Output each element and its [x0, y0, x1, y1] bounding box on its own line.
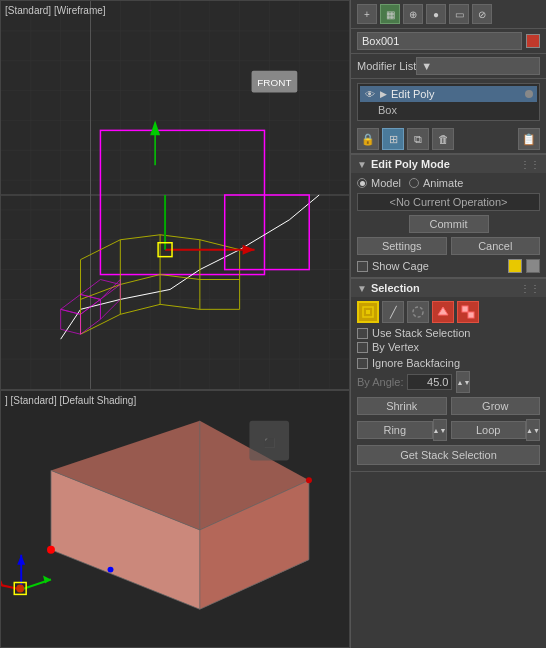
- animate-radio-label: Animate: [423, 177, 463, 189]
- model-radio-btn[interactable]: [357, 178, 367, 188]
- viewport-top-label: [Standard] [Wireframe]: [5, 5, 106, 16]
- viewport-bottom[interactable]: ] [Standard] [Default Shading]: [0, 390, 350, 648]
- ring-spinner[interactable]: ▲▼: [433, 419, 447, 441]
- by-angle-row: By Angle: ▲▼: [357, 371, 540, 393]
- configure-btn[interactable]: 📋: [518, 128, 540, 150]
- loop-group: Loop ▲▼: [451, 419, 541, 441]
- model-radio-label: Model: [371, 177, 401, 189]
- selection-dots: ⋮⋮: [520, 283, 540, 294]
- use-stack-row: Use Stack Selection: [357, 327, 540, 339]
- svg-point-73: [413, 307, 423, 317]
- by-angle-label: By Angle:: [357, 376, 403, 388]
- utilities-icon[interactable]: ⊘: [472, 4, 492, 24]
- edge-sel-btn[interactable]: ╱: [382, 301, 404, 323]
- svg-point-68: [47, 546, 55, 554]
- ignore-backfacing-checkbox[interactable]: [357, 358, 368, 369]
- object-name-row: [351, 29, 546, 54]
- model-radio-group: Model: [357, 177, 401, 189]
- mode-radio-row: Model Animate: [357, 177, 540, 189]
- modifier-stack: 👁 ▶ Edit Poly Box: [357, 83, 540, 121]
- show-cage-checkbox[interactable]: [357, 261, 368, 272]
- svg-text:⬛: ⬛: [264, 437, 276, 449]
- loop-button[interactable]: Loop: [451, 421, 527, 439]
- cage-color-gray[interactable]: [526, 259, 540, 273]
- use-stack-label: Use Stack Selection: [372, 327, 470, 339]
- commit-button[interactable]: Commit: [409, 215, 489, 233]
- ring-loop-row: Ring ▲▼ Loop ▲▼: [357, 419, 540, 441]
- svg-rect-75: [462, 306, 468, 312]
- stack-dot-icon: [525, 90, 533, 98]
- show-result-btn[interactable]: ⊞: [382, 128, 404, 150]
- collapse-arrow-icon: ▼: [357, 159, 367, 170]
- selection-title: Selection: [371, 282, 516, 294]
- edit-poly-mode-body: Model Animate <No Current Operation> Com…: [351, 173, 546, 277]
- ring-group: Ring ▲▼: [357, 419, 447, 441]
- hierarchy-icon[interactable]: ⊕: [403, 4, 423, 24]
- angle-input[interactable]: [407, 374, 452, 390]
- add-icon[interactable]: +: [357, 4, 377, 24]
- modifier-list-label: Modifier List: [357, 60, 416, 72]
- modifier-stack-box[interactable]: Box: [360, 102, 537, 118]
- expand-arrow-icon: ▶: [380, 89, 387, 99]
- cage-color-yellow[interactable]: [508, 259, 522, 273]
- right-panel: + ▦ ⊕ ● ▭ ⊘ Modifier List ▼ 👁 ▶ Edit Pol…: [350, 0, 546, 648]
- ring-button[interactable]: Ring: [357, 421, 433, 439]
- edit-poly-label: Edit Poly: [391, 88, 521, 100]
- section-dots: ⋮⋮: [520, 159, 540, 170]
- use-stack-checkbox[interactable]: [357, 328, 368, 339]
- polygon-sel-btn[interactable]: [432, 301, 454, 323]
- sel-icons-row: ╱: [357, 301, 540, 323]
- element-sel-btn[interactable]: [457, 301, 479, 323]
- svg-text:FRONT: FRONT: [257, 77, 291, 88]
- viewport-bottom-label: ] [Standard] [Default Shading]: [5, 395, 136, 406]
- selection-section: ▼ Selection ⋮⋮ ╱: [351, 278, 546, 472]
- viewport-top[interactable]: [Standard] [Wireframe]: [0, 0, 350, 390]
- show-cage-label: Show Cage: [372, 260, 504, 272]
- svg-point-70: [306, 477, 312, 483]
- display-icon[interactable]: ▭: [449, 4, 469, 24]
- angle-spinner[interactable]: ▲▼: [456, 371, 470, 393]
- viewport-top-canvas: FRONT: [1, 1, 349, 389]
- by-vertex-label: By Vertex: [372, 341, 419, 353]
- selection-header[interactable]: ▼ Selection ⋮⋮: [351, 278, 546, 297]
- svg-point-65: [16, 584, 24, 592]
- svg-rect-76: [468, 312, 474, 318]
- selection-collapse-icon: ▼: [357, 283, 367, 294]
- edit-poly-mode-title: Edit Poly Mode: [371, 158, 516, 170]
- modify-icon[interactable]: ▦: [380, 4, 400, 24]
- object-name-input[interactable]: [357, 32, 522, 50]
- border-sel-btn[interactable]: [407, 301, 429, 323]
- show-cage-row: Show Cage: [357, 259, 540, 273]
- animate-radio-group: Animate: [409, 177, 463, 189]
- loop-spinner[interactable]: ▲▼: [526, 419, 540, 441]
- edit-poly-mode-section: ▼ Edit Poly Mode ⋮⋮ Model Animate <No Cu…: [351, 154, 546, 278]
- box-label: Box: [378, 104, 397, 116]
- by-vertex-checkbox[interactable]: [357, 342, 368, 353]
- svg-point-69: [108, 567, 114, 573]
- top-toolbar: + ▦ ⊕ ● ▭ ⊘: [351, 0, 546, 29]
- no-current-op-display: <No Current Operation>: [357, 193, 540, 211]
- shrink-button[interactable]: Shrink: [357, 397, 447, 415]
- get-stack-button[interactable]: Get Stack Selection: [357, 445, 540, 465]
- make-unique-btn[interactable]: ⧉: [407, 128, 429, 150]
- viewport-bottom-canvas: ⬛: [1, 391, 349, 647]
- ignore-backfacing-label: Ignore Backfacing: [372, 357, 460, 369]
- eye-icon: 👁: [364, 88, 376, 100]
- edit-poly-mode-header[interactable]: ▼ Edit Poly Mode ⋮⋮: [351, 154, 546, 173]
- cancel-button[interactable]: Cancel: [451, 237, 541, 255]
- settings-cancel-row: Settings Cancel: [357, 237, 540, 255]
- remove-modifier-btn[interactable]: 🗑: [432, 128, 454, 150]
- modifier-stack-edit-poly[interactable]: 👁 ▶ Edit Poly: [360, 86, 537, 102]
- shrink-grow-row: Shrink Grow: [357, 397, 540, 415]
- modifier-list-select[interactable]: ▼: [416, 57, 540, 75]
- selection-body: ╱: [351, 297, 546, 471]
- grow-button[interactable]: Grow: [451, 397, 541, 415]
- vertex-sel-btn[interactable]: [357, 301, 379, 323]
- stack-tools: 🔒 ⊞ ⧉ 🗑 📋: [351, 125, 546, 154]
- settings-button[interactable]: Settings: [357, 237, 447, 255]
- animate-radio-btn[interactable]: [409, 178, 419, 188]
- lock-stack-btn[interactable]: 🔒: [357, 128, 379, 150]
- motion-icon[interactable]: ●: [426, 4, 446, 24]
- object-color-swatch[interactable]: [526, 34, 540, 48]
- ignore-backfacing-row: Ignore Backfacing: [357, 357, 540, 369]
